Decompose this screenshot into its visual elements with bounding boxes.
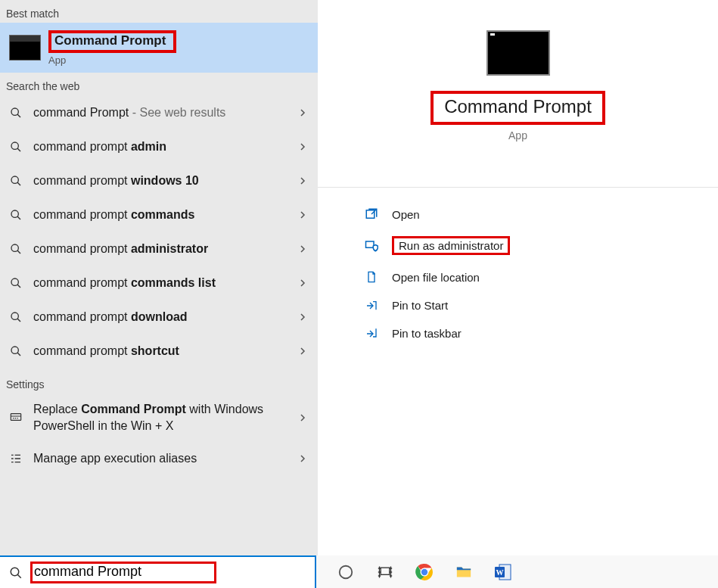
svg-rect-9 — [366, 210, 375, 219]
search-icon — [9, 566, 23, 580]
pin-start-icon — [363, 300, 380, 312]
chevron-right-icon — [298, 413, 307, 422]
chevron-right-icon — [298, 142, 307, 151]
detail-title: Command Prompt — [444, 96, 592, 117]
svg-point-16 — [421, 568, 427, 574]
action-list: Open Run as administrator Open file loca… — [318, 187, 718, 347]
best-match-command-prompt[interactable]: Command Prompt App — [0, 23, 318, 73]
settings-result-label: Replace Command Prompt with Windows Powe… — [33, 401, 289, 434]
svg-rect-10 — [366, 241, 375, 247]
word-icon[interactable]: W — [493, 562, 513, 582]
pin-taskbar-icon — [363, 328, 380, 340]
action-open[interactable]: Open — [318, 200, 718, 229]
web-result-label: command prompt admin — [33, 138, 289, 155]
svg-point-6 — [11, 313, 18, 319]
settings-item-icon — [8, 453, 24, 465]
detail-subtitle: App — [508, 129, 527, 142]
web-result-item[interactable]: command Prompt - See web results — [0, 95, 318, 129]
settings-result-label: Manage app execution aliases — [33, 450, 289, 467]
action-open-location[interactable]: Open file location — [318, 263, 718, 291]
chevron-right-icon — [298, 244, 307, 254]
detail-pane: Command Prompt App Open Run as administr… — [318, 0, 718, 555]
detail-cmd-icon — [486, 30, 550, 76]
web-result-label: command prompt administrator — [33, 241, 289, 257]
web-result-item[interactable]: command prompt commands — [0, 198, 318, 232]
action-run-admin-label: Run as administrator — [392, 236, 510, 255]
web-result-item[interactable]: command prompt windows 10 — [0, 163, 318, 198]
svg-point-2 — [11, 176, 18, 183]
web-result-label: command prompt commands — [33, 207, 289, 223]
task-view-icon[interactable] — [375, 562, 395, 582]
svg-point-4 — [11, 244, 18, 251]
web-result-label: command prompt shortcut — [33, 343, 289, 359]
best-match-title: Command Prompt — [54, 33, 166, 48]
svg-point-0 — [11, 108, 18, 115]
action-open-label: Open — [392, 208, 420, 221]
web-result-item[interactable]: command prompt shortcut — [0, 334, 318, 368]
chevron-right-icon — [298, 347, 307, 356]
svg-point-5 — [11, 278, 18, 285]
search-icon — [8, 209, 24, 221]
taskbar-tray: W — [316, 562, 513, 582]
action-pin-taskbar-label: Pin to taskbar — [392, 327, 462, 340]
chevron-right-icon — [298, 313, 307, 322]
web-result-label: command prompt commands list — [33, 275, 289, 291]
action-open-location-label: Open file location — [392, 271, 480, 284]
action-pin-start[interactable]: Pin to Start — [318, 291, 718, 319]
svg-point-7 — [11, 347, 18, 353]
search-icon — [8, 345, 24, 357]
svg-rect-13 — [381, 568, 390, 574]
folder-icon — [363, 270, 380, 284]
cortana-icon[interactable] — [336, 562, 356, 582]
svg-point-11 — [11, 568, 19, 576]
web-result-item[interactable]: command prompt administrator — [0, 232, 318, 266]
action-run-admin[interactable]: Run as administrator — [318, 229, 718, 263]
search-icon — [8, 243, 24, 255]
svg-text:W: W — [496, 568, 504, 577]
settings-item-icon — [8, 412, 24, 424]
search-icon — [8, 311, 24, 323]
chrome-icon[interactable] — [415, 562, 434, 582]
chevron-right-icon — [298, 176, 307, 185]
chevron-right-icon — [298, 278, 307, 288]
search-input[interactable] — [34, 564, 210, 580]
search-icon — [8, 277, 24, 289]
search-icon — [8, 175, 24, 187]
file-explorer-icon[interactable] — [454, 562, 474, 582]
section-header-search-web: Search the web — [0, 73, 318, 95]
settings-result-item[interactable]: Manage app execution aliases — [0, 441, 318, 475]
svg-point-12 — [340, 565, 353, 578]
web-result-label: command Prompt - See web results — [33, 104, 289, 121]
search-icon — [8, 107, 24, 119]
best-match-subtitle: App — [48, 54, 176, 66]
shield-admin-icon — [363, 239, 380, 253]
web-result-item[interactable]: command prompt commands list — [0, 266, 318, 300]
taskbar: W — [0, 555, 718, 588]
web-result-item[interactable]: command prompt admin — [0, 129, 318, 163]
action-pin-start-label: Pin to Start — [392, 299, 448, 312]
section-header-best-match: Best match — [0, 0, 318, 23]
action-pin-taskbar[interactable]: Pin to taskbar — [318, 319, 718, 347]
search-icon — [8, 141, 24, 153]
chevron-right-icon — [298, 454, 307, 463]
section-header-settings: Settings — [0, 368, 318, 394]
cmd-icon — [9, 35, 41, 61]
web-result-item[interactable]: command prompt download — [0, 300, 318, 334]
svg-rect-8 — [11, 413, 20, 420]
results-pane: Best match Command Prompt App Search the… — [0, 0, 318, 555]
search-box[interactable] — [0, 555, 316, 588]
svg-point-3 — [11, 210, 18, 217]
open-icon — [363, 207, 380, 221]
svg-point-1 — [11, 142, 18, 149]
chevron-right-icon — [298, 210, 307, 219]
chevron-right-icon — [298, 108, 307, 117]
web-result-label: command prompt download — [33, 309, 289, 325]
settings-result-item[interactable]: Replace Command Prompt with Windows Powe… — [0, 394, 318, 441]
web-result-label: command prompt windows 10 — [33, 173, 289, 189]
